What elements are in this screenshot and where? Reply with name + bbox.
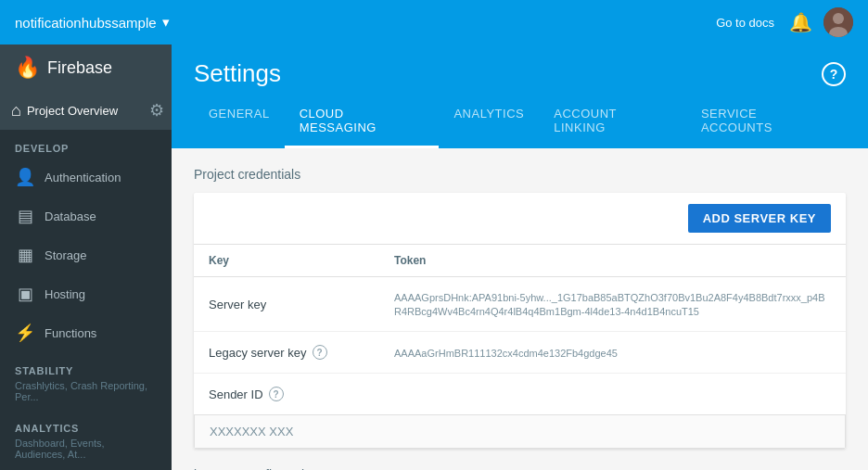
database-icon: ▤ [15, 206, 35, 226]
tab-general[interactable]: GENERAL [194, 95, 285, 148]
server-key-token: AAAAGprsDHnk:APA91bni-5yhw..._1G17baB85a… [379, 277, 846, 332]
project-credentials-title: Project credentials [194, 167, 846, 182]
svg-point-1 [833, 13, 844, 24]
tab-account-linking[interactable]: ACCOUNT LINKING [539, 95, 686, 148]
table-row: Server key AAAAGprsDHnk:APA91bni-5yhw...… [194, 277, 846, 332]
sender-id-value: XXXXXXX XXX [210, 425, 293, 438]
section-label-stability: STABILITY [0, 352, 172, 380]
sidebar-item-label-functions: Functions [45, 326, 96, 340]
tab-analytics[interactable]: ANALYTICS [439, 95, 539, 148]
analytics-sub: Dashboard, Events, Audiences, At... [0, 438, 172, 467]
legacy-key-help-icon[interactable]: ? [313, 345, 327, 360]
tab-cloud-messaging[interactable]: CLOUD MESSAGING [285, 95, 440, 148]
stability-sub: Crashlytics, Crash Reporting, Per... [0, 380, 172, 410]
sender-id-label: Sender ID ? [194, 374, 379, 415]
bell-icon[interactable]: 🔔 [789, 11, 812, 33]
section-label-develop: DEVELOP [0, 130, 172, 158]
tabs-row: GENERAL CLOUD MESSAGING ANALYTICS ACCOUN… [194, 95, 846, 148]
add-server-key-button[interactable]: ADD SERVER KEY [688, 204, 831, 233]
sidebar-item-storage[interactable]: ▦ Storage [0, 235, 172, 274]
content-header: Settings ? GENERAL CLOUD MESSAGING ANALY… [172, 44, 868, 148]
project-credentials-card: ADD SERVER KEY Key Token Server key [194, 193, 846, 449]
project-overview-label: Project Overview [27, 104, 144, 118]
sidebar-item-label-storage: Storage [45, 248, 87, 262]
topbar: notificationhubssample ▾ Go to docs 🔔 [0, 0, 868, 44]
sidebar-item-label-authentication: Authentication [45, 171, 121, 184]
legacy-server-key-label: Legacy server key ? [194, 332, 379, 374]
project-name: notificationhubssample [15, 15, 157, 31]
section-label-analytics: ANALYTICS [0, 410, 172, 438]
functions-icon: ⚡ [15, 323, 35, 343]
content-body: Project credentials ADD SERVER KEY Key T… [172, 148, 868, 470]
server-key-label: Server key [194, 277, 379, 332]
firebase-logo-icon: 🔥 [15, 56, 40, 80]
project-selector[interactable]: notificationhubssample ▾ [15, 14, 170, 31]
page-title: Settings [194, 59, 281, 88]
sidebar-item-database[interactable]: ▤ Database [0, 197, 172, 235]
sidebar-item-label-hosting: Hosting [45, 287, 85, 301]
tab-service-accounts[interactable]: SERVICE ACCOUNTS [686, 95, 846, 148]
sidebar-item-hosting[interactable]: ▣ Hosting [0, 274, 172, 313]
sender-id-value-box: XXXXXXX XXX [194, 414, 846, 449]
hosting-icon: ▣ [15, 284, 35, 304]
sidebar-item-label-database: Database [45, 210, 96, 223]
col-token-header: Token [379, 245, 846, 277]
home-icon: ⌂ [11, 101, 21, 121]
avatar[interactable] [823, 7, 853, 37]
table-row: Legacy server key ? AAAAaGrHmBR111132cx4… [194, 332, 846, 374]
help-icon[interactable]: ? [822, 62, 846, 86]
legacy-server-key-token: AAAAaGrHmBR111132cx4cdm4e132Fb4gdge45 [379, 332, 846, 374]
chevron-down-icon: ▾ [162, 14, 170, 31]
project-overview-row[interactable]: ⌂ Project Overview ⚙ [0, 91, 172, 130]
sidebar-logo[interactable]: 🔥 Firebase [0, 44, 172, 91]
col-key-header: Key [194, 245, 379, 277]
sidebar-item-functions[interactable]: ⚡ Functions [0, 313, 172, 352]
sidebar: 🔥 Firebase ⌂ Project Overview ⚙ DEVELOP … [0, 44, 172, 470]
credentials-table: Key Token Server key AAAAGprsDHnk:APA91b… [194, 245, 846, 414]
card-toolbar: ADD SERVER KEY [194, 193, 846, 245]
sender-id-token [379, 374, 846, 415]
sidebar-logo-text: Firebase [47, 58, 112, 78]
go-to-docs-link[interactable]: Go to docs [716, 16, 774, 30]
person-icon: 👤 [15, 167, 35, 187]
storage-icon: ▦ [15, 245, 35, 265]
sender-id-help-icon[interactable]: ? [269, 387, 284, 401]
table-row: Sender ID ? [194, 374, 846, 415]
sidebar-item-authentication[interactable]: 👤 Authentication [0, 158, 172, 197]
gear-icon[interactable]: ⚙ [149, 100, 164, 121]
main-content: Settings ? GENERAL CLOUD MESSAGING ANALY… [172, 44, 868, 470]
